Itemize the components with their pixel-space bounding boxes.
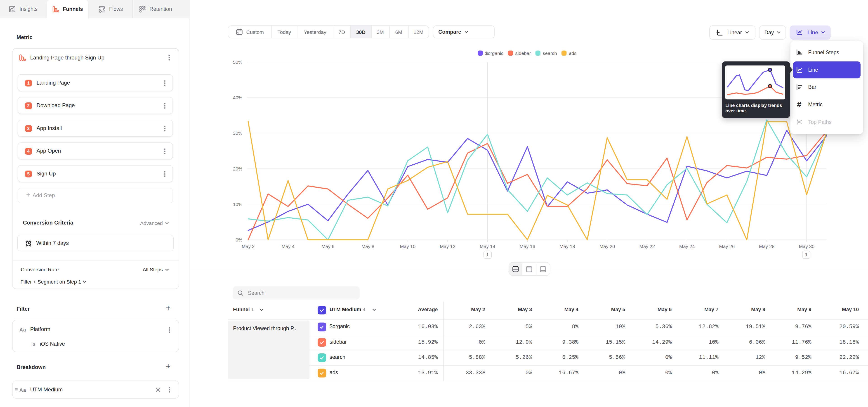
svg-text:May 26: May 26 <box>719 244 735 249</box>
svg-text:May 4: May 4 <box>282 244 295 249</box>
svg-text:20%: 20% <box>233 166 242 171</box>
svg-text:10%: 10% <box>233 202 242 207</box>
svg-text:May 30: May 30 <box>799 244 814 249</box>
svg-text:May 6: May 6 <box>321 244 334 249</box>
svg-text:May 14: May 14 <box>480 244 495 249</box>
svg-text:May 8: May 8 <box>362 244 374 249</box>
svg-text:May 18: May 18 <box>559 244 575 249</box>
svg-text:May 16: May 16 <box>520 244 535 249</box>
svg-text:May 20: May 20 <box>599 244 615 249</box>
svg-text:May 2: May 2 <box>242 244 254 249</box>
svg-text:May 12: May 12 <box>440 244 456 249</box>
svg-text:May 22: May 22 <box>639 244 655 249</box>
svg-text:50%: 50% <box>233 60 242 65</box>
svg-text:May 24: May 24 <box>679 244 695 249</box>
svg-text:0%: 0% <box>236 237 242 242</box>
svg-text:30%: 30% <box>233 130 242 136</box>
svg-text:May 28: May 28 <box>759 244 775 249</box>
svg-text:May 10: May 10 <box>400 244 415 249</box>
svg-text:40%: 40% <box>233 95 242 100</box>
